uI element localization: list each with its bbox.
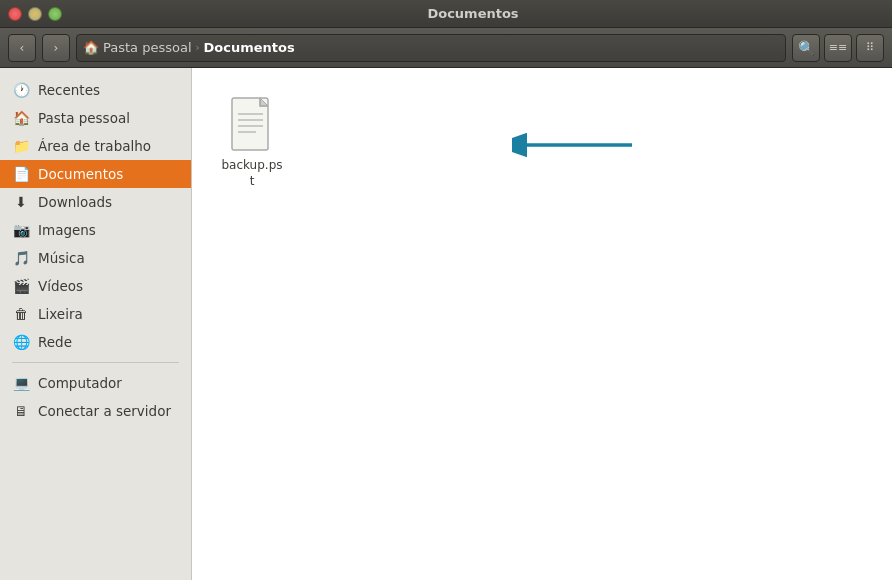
grid-view-icon: ⠿ — [866, 41, 874, 54]
sidebar-item-pasta-pessoal[interactable]: 🏠 Pasta pessoal — [0, 104, 191, 132]
sidebar-label-musica: Música — [38, 250, 85, 266]
toolbar: ‹ › 🏠 Pasta pessoal › Documentos 🔍 ≡≡ ⠿ — [0, 28, 892, 68]
window-title: Documentos — [62, 6, 884, 21]
arrow-annotation — [512, 123, 642, 176]
sidebar-item-recentes[interactable]: 🕐 Recentes — [0, 76, 191, 104]
sidebar-item-downloads[interactable]: ⬇ Downloads — [0, 188, 191, 216]
sidebar-label-pasta-pessoal: Pasta pessoal — [38, 110, 130, 126]
home-icon: 🏠 — [83, 40, 99, 55]
file-item-backup-pst[interactable]: backup.pst — [212, 88, 292, 197]
videos-icon: 🎬 — [12, 277, 30, 295]
back-button[interactable]: ‹ — [8, 34, 36, 62]
sidebar-label-area-trabalho: Área de trabalho — [38, 138, 151, 154]
titlebar: Documentos — [0, 0, 892, 28]
maximize-button[interactable] — [48, 7, 62, 21]
sidebar-label-videos: Vídeos — [38, 278, 83, 294]
list-view-icon: ≡≡ — [829, 41, 847, 54]
forward-button[interactable]: › — [42, 34, 70, 62]
search-icon: 🔍 — [798, 40, 815, 56]
file-icon — [228, 96, 276, 154]
sidebar-item-servidor[interactable]: 🖥 Conectar a servidor — [0, 397, 191, 425]
breadcrumb-home[interactable]: 🏠 Pasta pessoal — [83, 40, 192, 55]
sidebar-label-imagens: Imagens — [38, 222, 96, 238]
sidebar-label-rede: Rede — [38, 334, 72, 350]
sidebar-label-servidor: Conectar a servidor — [38, 403, 171, 419]
music-icon: 🎵 — [12, 249, 30, 267]
trash-icon: 🗑 — [12, 305, 30, 323]
sidebar-item-rede[interactable]: 🌐 Rede — [0, 328, 191, 356]
content-area: backup.pst — [192, 68, 892, 580]
toolbar-right: 🔍 ≡≡ ⠿ — [792, 34, 884, 62]
sidebar-item-videos[interactable]: 🎬 Vídeos — [0, 272, 191, 300]
home-sidebar-icon: 🏠 — [12, 109, 30, 127]
sidebar-label-documentos: Documentos — [38, 166, 123, 182]
sidebar-item-imagens[interactable]: 📷 Imagens — [0, 216, 191, 244]
sidebar: 🕐 Recentes 🏠 Pasta pessoal 📁 Área de tra… — [0, 68, 192, 580]
view-grid-button[interactable]: ⠿ — [856, 34, 884, 62]
window-controls — [8, 7, 62, 21]
sidebar-divider — [12, 362, 179, 363]
server-icon: 🖥 — [12, 402, 30, 420]
search-button[interactable]: 🔍 — [792, 34, 820, 62]
images-icon: 📷 — [12, 221, 30, 239]
sidebar-item-documentos[interactable]: 📄 Documentos — [0, 160, 191, 188]
network-icon: 🌐 — [12, 333, 30, 351]
close-button[interactable] — [8, 7, 22, 21]
file-label-backup-pst: backup.pst — [220, 158, 284, 189]
sidebar-item-musica[interactable]: 🎵 Música — [0, 244, 191, 272]
minimize-button[interactable] — [28, 7, 42, 21]
sidebar-label-recentes: Recentes — [38, 82, 100, 98]
documents-icon: 📄 — [12, 165, 30, 183]
computer-icon: 💻 — [12, 374, 30, 392]
breadcrumb-sep: › — [196, 42, 200, 53]
sidebar-item-computador[interactable]: 💻 Computador — [0, 369, 191, 397]
sidebar-item-lixeira[interactable]: 🗑 Lixeira — [0, 300, 191, 328]
downloads-icon: ⬇ — [12, 193, 30, 211]
sidebar-label-downloads: Downloads — [38, 194, 112, 210]
breadcrumb-current: Documentos — [204, 40, 295, 55]
clock-icon: 🕐 — [12, 81, 30, 99]
sidebar-label-lixeira: Lixeira — [38, 306, 83, 322]
sidebar-label-computador: Computador — [38, 375, 122, 391]
desktop-icon: 📁 — [12, 137, 30, 155]
sidebar-item-area-trabalho[interactable]: 📁 Área de trabalho — [0, 132, 191, 160]
breadcrumb-home-label: Pasta pessoal — [103, 40, 192, 55]
breadcrumb: 🏠 Pasta pessoal › Documentos — [76, 34, 786, 62]
view-list-button[interactable]: ≡≡ — [824, 34, 852, 62]
main-layout: 🕐 Recentes 🏠 Pasta pessoal 📁 Área de tra… — [0, 68, 892, 580]
